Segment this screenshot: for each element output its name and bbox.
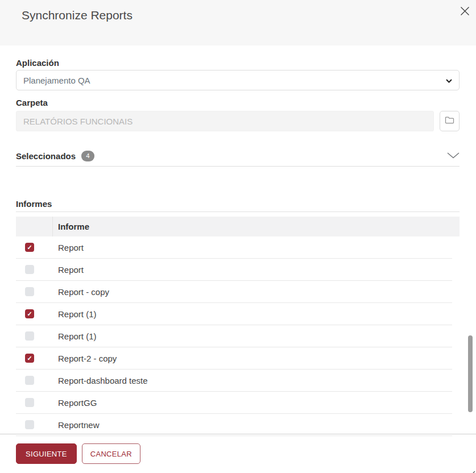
selected-count-badge: 4: [81, 151, 94, 161]
folder-browse-button[interactable]: [440, 111, 460, 131]
report-checkbox-cell: ✓: [16, 309, 53, 318]
folder-input-row: [16, 111, 460, 131]
report-name: ReportGG: [53, 398, 97, 408]
report-name: Report-dashboard teste: [53, 376, 148, 385]
modal-header: Synchronize Reports: [0, 0, 476, 45]
report-checkbox[interactable]: [25, 398, 34, 407]
report-checkbox[interactable]: ✓: [25, 243, 34, 252]
report-checkbox[interactable]: [25, 287, 34, 296]
checkmark-icon: ✓: [27, 355, 32, 362]
chevron-down-icon[interactable]: [447, 151, 460, 161]
resize-grip-icon: [470, 467, 475, 472]
table-row: Report: [16, 259, 452, 281]
report-column-header: Informe: [53, 222, 89, 231]
checkmark-icon: ✓: [27, 311, 32, 317]
report-checkbox[interactable]: [25, 265, 34, 274]
selected-section-divider: [16, 166, 460, 167]
modal-body: Aplicación Planejamento QA Carpeta: [0, 58, 476, 436]
report-name: Report (1): [53, 309, 97, 319]
report-checkbox[interactable]: ✓: [25, 354, 34, 363]
report-rows: ✓ Report Report Report - copy ✓ Report (…: [16, 236, 460, 436]
synchronize-reports-modal: Synchronize Reports Aplicación Planejame…: [0, 0, 476, 436]
modal-title: Synchronize Reports: [22, 9, 133, 22]
table-row: Reportnew: [16, 414, 452, 436]
report-name: Report: [53, 265, 84, 275]
selected-accordion-header[interactable]: Seleccionados 4: [16, 150, 460, 162]
reports-section-divider: [16, 211, 460, 212]
close-icon: [460, 6, 470, 18]
report-checkbox-cell: [16, 287, 53, 296]
reports-section-label: Informes: [16, 199, 460, 209]
selected-label: Seleccionados: [16, 151, 76, 161]
table-row: ✓ Report-2 - copy: [16, 347, 452, 370]
table-row: Report (1): [16, 325, 452, 347]
table-row: Report-dashboard teste: [16, 370, 452, 392]
folder-input: [16, 111, 434, 131]
checkmark-icon: ✓: [27, 244, 32, 251]
folder-label: Carpeta: [16, 98, 460, 107]
report-checkbox-cell: ✓: [16, 354, 53, 363]
folder-icon: [445, 116, 454, 126]
next-button[interactable]: SIGUIENTE: [16, 443, 77, 464]
report-checkbox-cell: ✓: [16, 243, 53, 252]
report-checkbox[interactable]: ✓: [25, 309, 34, 318]
report-name: Reportnew: [53, 420, 100, 430]
report-name: Report (1): [53, 331, 97, 341]
report-checkbox-cell: [16, 420, 53, 429]
reports-table-header: Informe: [16, 217, 460, 236]
report-checkbox[interactable]: [25, 331, 34, 341]
checkbox-column-header: [16, 217, 53, 236]
table-row: ✓ Report: [16, 236, 452, 259]
report-checkbox-cell: [16, 265, 53, 274]
report-checkbox[interactable]: [25, 420, 34, 429]
report-checkbox[interactable]: [25, 376, 34, 385]
report-checkbox-cell: [16, 331, 53, 341]
table-row: Report - copy: [16, 281, 452, 303]
table-row: ✓ Report (1): [16, 303, 452, 325]
footer-divider: [0, 434, 476, 434]
vertical-scrollbar-thumb[interactable]: [468, 335, 473, 412]
report-checkbox-cell: [16, 376, 53, 385]
application-select[interactable]: Planejamento QA: [16, 70, 460, 90]
close-button[interactable]: [459, 6, 470, 18]
report-name: Report-2 - copy: [53, 354, 117, 363]
reports-table: Informe ✓ Report Report Report - copy ✓: [16, 217, 460, 436]
cancel-button[interactable]: CANCELAR: [82, 443, 140, 464]
report-name: Report: [53, 243, 84, 252]
table-row: ReportGG: [16, 392, 452, 414]
report-name: Report - copy: [53, 287, 109, 297]
modal-footer: SIGUIENTE CANCELAR: [16, 443, 140, 464]
application-select-value: Planejamento QA: [23, 76, 90, 85]
application-label: Aplicación: [16, 58, 460, 68]
select-caret-icon: [446, 75, 452, 85]
report-checkbox-cell: [16, 398, 53, 407]
